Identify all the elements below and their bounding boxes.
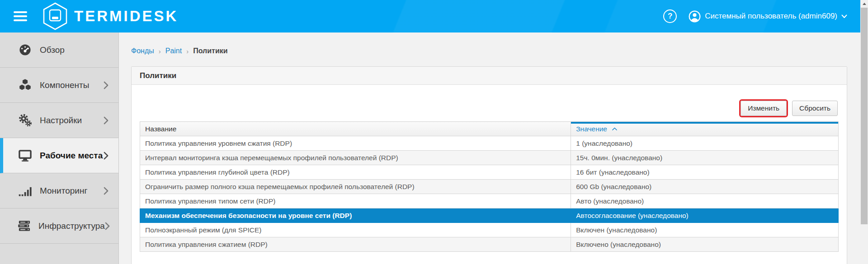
hamburger-menu-icon[interactable] (14, 11, 27, 21)
column-header-value[interactable]: Значение (571, 122, 839, 136)
table-row[interactable]: Политика управления глубиной цвета (RDP)… (140, 165, 839, 180)
table-row[interactable]: Политика управления уровнем сжатия (RDP)… (140, 136, 839, 151)
chevron-right-icon (105, 222, 110, 230)
user-name: Системный пользователь (admin609) (705, 12, 837, 21)
top-bar: TERMIDESK Системный пользователь (admin6… (0, 0, 868, 32)
chart-bars-icon (17, 184, 33, 197)
edit-button[interactable]: Изменить (741, 101, 787, 116)
help-icon[interactable] (663, 9, 677, 23)
chevron-right-icon (104, 187, 108, 195)
policy-name-cell: Политика управления типом сети (RDP) (140, 194, 571, 208)
termidesk-logo-icon (42, 2, 68, 30)
sidebar-item-обзор[interactable]: Обзор (0, 32, 118, 68)
chevron-right-icon (104, 116, 108, 125)
sidebar-item-компоненты[interactable]: Компоненты (0, 68, 118, 103)
policy-value-cell: Автосогласование (унаследовано) (571, 208, 839, 223)
sidebar-item-настройки[interactable]: Настройки (0, 103, 118, 138)
policies-panel: Политики Изменить Сбросить Название Знач… (131, 66, 847, 264)
scrollbar-thumb[interactable] (861, 8, 868, 224)
breadcrumb-link-paint[interactable]: Paint (165, 47, 182, 55)
policy-name-cell: Политика управления глубиной цвета (RDP) (140, 165, 571, 180)
breadcrumb-separator: › (186, 47, 189, 55)
tachometer-icon (17, 43, 33, 56)
sidebar-item-мониторинг[interactable]: Мониторинг (0, 173, 118, 208)
column-header-name[interactable]: Название (140, 122, 571, 136)
brand-name: TERMIDESK (74, 9, 178, 23)
table-header-row: Название Значение (140, 122, 839, 136)
sidebar-empty-area (0, 244, 118, 264)
main-content: Фонды›Paint›Политики Политики Изменить С… (119, 32, 868, 264)
gears-icon (17, 114, 33, 127)
table-row[interactable]: Политика управления типом сети (RDP) Авт… (140, 194, 839, 208)
policy-value-cell: 1 (унаследовано) (571, 136, 839, 151)
table-row[interactable]: Интервал мониторинга кэша перемещаемых п… (140, 151, 839, 165)
vertical-scrollbar[interactable] (860, 0, 868, 264)
chevron-right-icon (104, 81, 108, 89)
policy-value-cell: 15ч. 0мин. (унаследовано) (571, 151, 839, 165)
user-menu[interactable]: Системный пользователь (admin609) (689, 10, 847, 23)
panel-header: Политики (132, 67, 847, 85)
chevron-right-icon (104, 152, 108, 160)
toolbar: Изменить Сбросить (140, 101, 838, 116)
policy-value-cell: 16 бит (унаследовано) (571, 165, 839, 180)
sort-asc-icon (612, 125, 618, 133)
policy-name-cell: Механизм обеспечения безопасности на уро… (140, 208, 571, 223)
policy-name-cell: Политика управления уровнем сжатия (RDP) (140, 136, 571, 151)
policy-name-cell: Интервал мониторинга кэша перемещаемых п… (140, 151, 571, 165)
breadcrumb-separator: › (159, 47, 161, 55)
user-avatar-icon (689, 10, 701, 23)
cubes-icon (17, 79, 33, 92)
breadcrumb-link-фонды[interactable]: Фонды (131, 47, 154, 55)
table-row[interactable]: Механизм обеспечения безопасности на уро… (140, 208, 839, 223)
policy-value-cell: Включен (унаследовано) (571, 223, 839, 237)
desktop-icon (17, 149, 33, 162)
sidebar-item-инфраструктура[interactable]: Инфраструктура (0, 208, 118, 244)
breadcrumb-current-политики: Политики (193, 47, 227, 55)
policy-value-cell: Авто (унаследовано) (571, 194, 839, 208)
breadcrumb: Фонды›Paint›Политики (131, 47, 868, 55)
reset-button[interactable]: Сбросить (792, 101, 838, 116)
chevron-down-icon (841, 14, 847, 19)
table-row[interactable]: Политика управления сжатием (RDP) Включе… (140, 237, 839, 252)
servers-icon (17, 219, 31, 232)
scrollbar-up-arrow-icon[interactable] (860, 0, 868, 8)
policy-value-cell: Включено (унаследовано) (571, 237, 839, 252)
table-row[interactable]: Ограничить размер полного кэша перемещае… (140, 180, 839, 194)
policy-name-cell: Ограничить размер полного кэша перемещае… (140, 180, 571, 194)
table-row[interactable]: Полноэкранный режим (для SPICE) Включен … (140, 223, 839, 237)
sidebar: Обзор Компоненты Настройки Рабочие места… (0, 32, 119, 264)
policy-name-cell: Полноэкранный режим (для SPICE) (140, 223, 571, 237)
policy-name-cell: Политика управления сжатием (RDP) (140, 237, 571, 252)
sidebar-item-рабочие-места[interactable]: Рабочие места (0, 138, 118, 173)
logo-link[interactable]: TERMIDESK (42, 2, 178, 30)
policies-table: Название Значение Политика управления ур… (140, 121, 839, 252)
panel-body: Изменить Сбросить Название Значение Поли… (132, 85, 847, 260)
policy-value-cell: 600 Gb (унаследовано) (571, 180, 839, 194)
page-title: Политики (140, 71, 176, 80)
